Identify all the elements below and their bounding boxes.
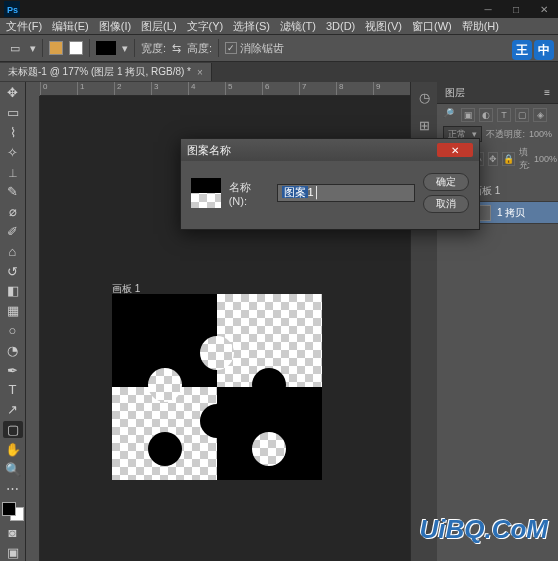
crop-tool-icon[interactable]: ⟂ bbox=[3, 163, 23, 181]
checkbox-icon: ✓ bbox=[225, 42, 237, 54]
badge-item: 中 bbox=[534, 40, 554, 60]
menu-window[interactable]: 窗口(W) bbox=[412, 19, 452, 34]
eyedropper-tool-icon[interactable]: ✎ bbox=[3, 183, 23, 201]
menu-type[interactable]: 文字(Y) bbox=[187, 19, 224, 34]
minimize-button[interactable]: ─ bbox=[474, 1, 502, 17]
puzzle-notch bbox=[148, 368, 182, 402]
healing-tool-icon[interactable]: ⌀ bbox=[3, 203, 23, 221]
history-panel-icon[interactable]: ◷ bbox=[415, 88, 433, 106]
lock-all-icon[interactable]: 🔒 bbox=[502, 152, 515, 166]
options-bar: ▭ ▾ ▾ 宽度: ⇆ 高度: ✓ 消除锯齿 bbox=[0, 34, 558, 62]
lasso-tool-icon[interactable]: ⌇ bbox=[3, 124, 23, 142]
fill-swatch[interactable] bbox=[49, 41, 63, 55]
filter-search-icon[interactable]: 🔎 bbox=[443, 108, 457, 122]
lock-position-icon[interactable]: ✥ bbox=[488, 152, 498, 166]
menu-select[interactable]: 选择(S) bbox=[233, 19, 270, 34]
tool-preset-icon[interactable]: ▭ bbox=[6, 39, 24, 57]
layers-tab[interactable]: 图层 bbox=[445, 86, 465, 100]
height-label: 高度: bbox=[187, 41, 212, 56]
hand-tool-icon[interactable]: ✋ bbox=[3, 440, 23, 458]
titlebar: Ps ─ □ ✕ bbox=[0, 0, 558, 18]
menu-layer[interactable]: 图层(L) bbox=[141, 19, 176, 34]
separator bbox=[42, 39, 43, 57]
ruler-tick: 3 bbox=[151, 82, 188, 95]
filter-adjust-icon[interactable]: ◐ bbox=[479, 108, 493, 122]
dodge-tool-icon[interactable]: ◔ bbox=[3, 341, 23, 359]
menu-edit[interactable]: 编辑(E) bbox=[52, 19, 89, 34]
dropdown-icon[interactable]: ▾ bbox=[122, 42, 128, 55]
filter-type-icon[interactable]: T bbox=[497, 108, 511, 122]
menu-view[interactable]: 视图(V) bbox=[365, 19, 402, 34]
separator bbox=[134, 39, 135, 57]
watermark-text: UiBQ.CoM bbox=[419, 514, 548, 545]
ruler-tick: 0 bbox=[40, 82, 77, 95]
edit-toolbar-icon[interactable]: ⋯ bbox=[3, 480, 23, 498]
menu-filter[interactable]: 滤镜(T) bbox=[280, 19, 316, 34]
filter-pixel-icon[interactable]: ▣ bbox=[461, 108, 475, 122]
ruler-tick: 5 bbox=[225, 82, 262, 95]
close-tab-icon[interactable]: × bbox=[197, 67, 203, 78]
history-brush-tool-icon[interactable]: ↺ bbox=[3, 262, 23, 280]
type-tool-icon[interactable]: T bbox=[3, 381, 23, 399]
menubar: 文件(F) 编辑(E) 图像(I) 图层(L) 文字(Y) 选择(S) 滤镜(T… bbox=[0, 18, 558, 34]
gradient-tool-icon[interactable]: ▦ bbox=[3, 302, 23, 320]
pattern-name-input[interactable]: 图案1│ bbox=[277, 184, 415, 202]
maximize-button[interactable]: □ bbox=[502, 1, 530, 17]
antialias-checkbox[interactable]: ✓ 消除锯齿 bbox=[225, 41, 284, 56]
dialog-buttons: 确定 取消 bbox=[423, 173, 469, 213]
menu-3d[interactable]: 3D(D) bbox=[326, 20, 355, 32]
move-tool-icon[interactable]: ✥ bbox=[3, 84, 23, 102]
name-field-label: 名称(N): bbox=[229, 180, 269, 207]
ps-logo-icon: Ps bbox=[4, 1, 20, 17]
dropdown-icon[interactable]: ▾ bbox=[30, 42, 36, 55]
stamp-tool-icon[interactable]: ⌂ bbox=[3, 242, 23, 260]
ruler-tick: 9 bbox=[373, 82, 410, 95]
ruler-corner bbox=[26, 82, 40, 96]
wand-tool-icon[interactable]: ✧ bbox=[3, 143, 23, 161]
pattern-swatch[interactable] bbox=[96, 41, 116, 55]
fg-bg-swatch[interactable] bbox=[2, 502, 24, 522]
puzzle-notch bbox=[252, 368, 286, 402]
ruler-tick: 8 bbox=[336, 82, 373, 95]
menu-image[interactable]: 图像(I) bbox=[99, 19, 131, 34]
brush-tool-icon[interactable]: ✐ bbox=[3, 223, 23, 241]
filter-smart-icon[interactable]: ◈ bbox=[533, 108, 547, 122]
stroke-swatch[interactable] bbox=[69, 41, 83, 55]
screenmode-icon[interactable]: ▣ bbox=[3, 543, 23, 561]
dialog-title: 图案名称 bbox=[187, 143, 231, 158]
ruler-horizontal: 0 1 2 3 4 5 6 7 8 9 bbox=[40, 82, 410, 96]
svg-text:Ps: Ps bbox=[7, 5, 18, 15]
document-tab[interactable]: 未标题-1 @ 177% (图层 1 拷贝, RGB/8) * × bbox=[0, 63, 212, 81]
pattern-name-dialog: 图案名称 ✕ 名称(N): 图案1│ 确定 取消 bbox=[180, 138, 480, 230]
opacity-value[interactable]: 100% bbox=[529, 129, 552, 139]
separator bbox=[89, 39, 90, 57]
dialog-body: 名称(N): 图案1│ 确定 取消 bbox=[181, 161, 479, 229]
shape-tool-icon[interactable]: ▢ bbox=[3, 421, 23, 439]
document-tabs: 未标题-1 @ 177% (图层 1 拷贝, RGB/8) * × bbox=[0, 62, 558, 82]
fill-value[interactable]: 100% bbox=[534, 154, 557, 164]
filter-shape-icon[interactable]: ▢ bbox=[515, 108, 529, 122]
marquee-tool-icon[interactable]: ▭ bbox=[3, 104, 23, 122]
window-controls: ─ □ ✕ bbox=[474, 1, 558, 17]
ruler-tick: 1 bbox=[77, 82, 114, 95]
blur-tool-icon[interactable]: ○ bbox=[3, 322, 23, 340]
dialog-close-button[interactable]: ✕ bbox=[437, 143, 473, 157]
dialog-titlebar[interactable]: 图案名称 ✕ bbox=[181, 139, 479, 161]
eraser-tool-icon[interactable]: ◧ bbox=[3, 282, 23, 300]
panel-menu-icon[interactable]: ≡ bbox=[544, 87, 550, 98]
path-tool-icon[interactable]: ↗ bbox=[3, 401, 23, 419]
close-window-button[interactable]: ✕ bbox=[530, 1, 558, 17]
ok-button[interactable]: 确定 bbox=[423, 173, 469, 191]
quickmask-icon[interactable]: ◙ bbox=[3, 523, 23, 541]
width-label: 宽度: bbox=[141, 41, 166, 56]
zoom-tool-icon[interactable]: 🔍 bbox=[3, 460, 23, 478]
cancel-button[interactable]: 取消 bbox=[423, 195, 469, 213]
fg-color-icon bbox=[2, 502, 16, 516]
pen-tool-icon[interactable]: ✒ bbox=[3, 361, 23, 379]
menu-help[interactable]: 帮助(H) bbox=[462, 19, 499, 34]
artboard[interactable] bbox=[112, 294, 322, 480]
menu-file[interactable]: 文件(F) bbox=[6, 19, 42, 34]
link-icon[interactable]: ⇆ bbox=[172, 42, 181, 55]
swatches-panel-icon[interactable]: ⊞ bbox=[415, 116, 433, 134]
badge-item: 王 bbox=[512, 40, 532, 60]
